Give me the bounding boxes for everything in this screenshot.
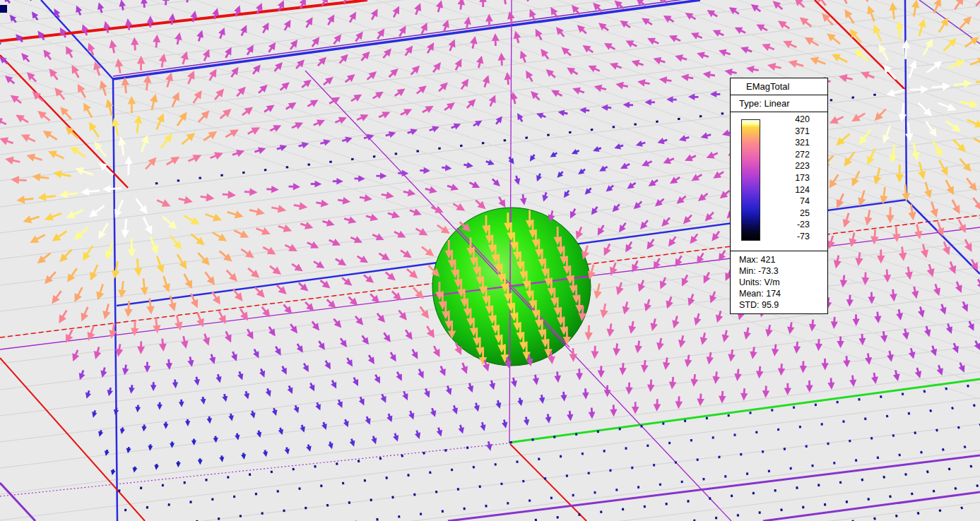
field-arrow [721,50,731,54]
field-arrow [367,73,375,80]
field-arrow [244,190,255,195]
field-arrow [126,20,131,30]
field-arrow [430,472,430,474]
field-arrow [369,355,373,362]
field-arrow [423,107,432,112]
field-arrow [851,376,856,385]
field-arrow [95,64,100,76]
field-arrow [453,204,463,210]
field-arrow [526,138,528,138]
field-arrow [852,97,854,98]
field-arrow [769,64,781,69]
field-arrow [376,375,379,382]
field-arrow [267,388,270,395]
field-arrow [354,378,358,385]
field-arrow [254,349,258,357]
field-arrow [529,499,530,501]
field-arrow [952,200,959,212]
field-arrow [351,439,353,445]
field-arrow [373,436,376,443]
field-arrow [745,328,749,337]
field-arrow [305,302,312,310]
field-arrow [924,390,925,393]
field-arrow [376,174,384,178]
field-arrow [273,408,276,414]
field-arrow [767,325,771,335]
field-arrow [846,501,847,503]
field-arrow [327,504,328,506]
field-arrow [693,34,702,38]
field-arrow [866,418,866,420]
field-arrow [699,193,707,200]
field-arrow [712,92,720,96]
3d-viewport[interactable]: EMagTotal Type: Linear 42037132127222317… [0,0,980,521]
field-arrow [645,299,649,309]
field-arrow [586,188,591,193]
field-arrow [61,192,78,197]
field-plot-canvas[interactable] [0,0,980,521]
field-arrow [27,0,31,1]
field-arrow [707,212,714,220]
field-arrow [255,287,264,296]
legend[interactable]: EMagTotal Type: Linear 42037132127222317… [730,78,828,314]
field-arrow [138,58,143,71]
field-arrow [420,169,428,172]
field-arrow [83,189,100,194]
field-arrow [974,405,974,407]
field-arrow [444,22,448,32]
field-arrow [774,2,782,9]
field-arrow [289,385,292,392]
field-arrow [394,8,398,17]
field-arrow [340,56,347,63]
field-arrow [320,280,329,287]
field-arrow [709,153,718,157]
field-arrow [193,439,195,443]
legend-tick: 272 [762,149,810,161]
field-arrow [661,78,671,82]
field-arrow [328,16,333,25]
field-arrow [327,299,335,306]
field-arrow [107,242,112,258]
legend-tick: 173 [762,172,810,184]
field-arrow [263,25,268,33]
field-arrow [960,159,970,170]
field-arrow [367,417,370,423]
field-arrow [884,476,885,478]
field-arrow [773,345,777,354]
field-arrow [439,84,447,92]
field-arrow [717,311,721,321]
field-arrow [157,200,169,206]
field-arrow [413,287,423,297]
field-arrow [150,444,152,448]
field-arrow [143,425,146,430]
field-arrow [711,292,715,301]
field-arrow [262,307,269,316]
field-arrow [182,336,187,347]
field-arrow [105,186,122,191]
field-arrow [248,268,258,277]
field-arrow [100,223,108,237]
field-arrow [974,198,980,208]
field-arrow [493,35,497,46]
field-arrow [392,292,400,299]
field-arrow [590,408,594,417]
field-arrow [158,402,160,408]
field-arrow [315,465,316,467]
field-arrow [404,391,408,398]
field-arrow [965,38,978,47]
field-arrow [293,468,294,470]
field-arrow [919,103,931,115]
field-arrow [402,455,403,457]
field-arrow [95,143,105,157]
field-arrow [102,368,105,376]
field-arrow [91,265,98,279]
field-arrow [25,217,40,222]
field-arrow [110,323,115,336]
field-arrow [18,197,33,202]
field-arrow [871,437,872,439]
field-arrow [318,59,325,66]
field-arrow [242,108,252,115]
field-arrow [311,182,319,186]
field-arrow [764,44,774,49]
field-arrow [437,2,442,12]
